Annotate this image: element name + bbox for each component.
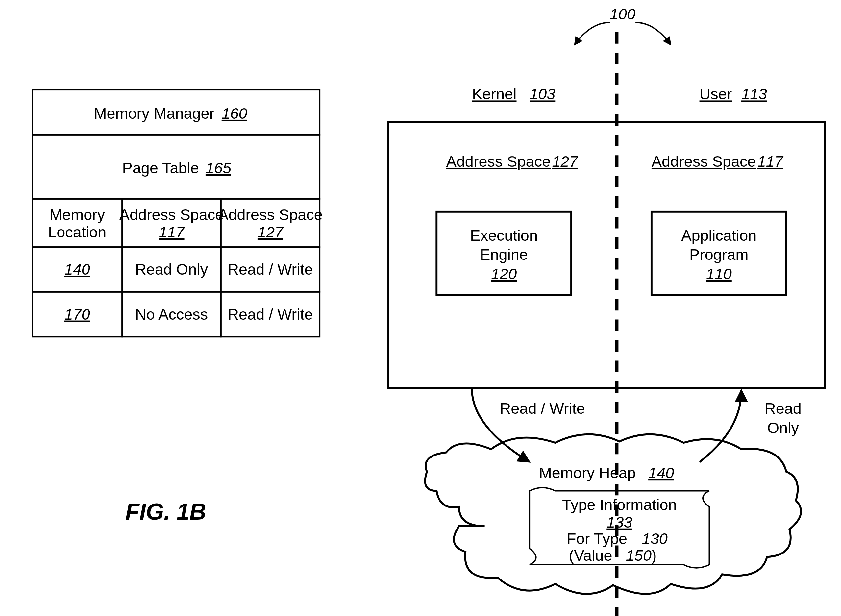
svg-text:Kernel: Kernel [472,85,517,103]
svg-text:133: 133 [606,514,632,531]
svg-text:170: 170 [65,306,90,323]
svg-text:For Type: For Type [567,530,627,547]
svg-text:Memory Heap: Memory Heap [539,464,636,481]
svg-text:Memory: Memory [49,206,105,223]
read-only-label-2: Only [767,419,799,436]
svg-text:Program: Program [689,246,749,263]
svg-text:Page Table: Page Table [122,160,199,177]
svg-text:Engine: Engine [480,246,528,263]
read-only-label-1: Read [765,400,801,417]
svg-text:Execution: Execution [470,227,538,244]
memory-heap-label: Memory Heap 140 [539,464,674,481]
svg-text:160: 160 [222,105,247,122]
svg-text:117: 117 [159,224,185,241]
figure-1b-diagram: 100 Kernel 103 User 113 Address Space 12… [0,0,841,616]
svg-text:110: 110 [706,265,732,283]
svg-text:Read Only: Read Only [135,261,208,278]
svg-text:Read / Write: Read / Write [227,306,313,323]
page-table-group: Memory Manager 160 Page Table 165 Memory… [32,90,323,337]
top-ref-label: 100 [610,6,636,23]
svg-text:Type Information: Type Information [562,496,677,513]
kernel-label: Kernel 103 [472,85,555,103]
type-info-line3: (Value 150 ) [569,547,657,564]
svg-text:Address Space: Address Space [218,206,322,223]
svg-text:(Value: (Value [569,547,612,564]
svg-text:127: 127 [552,153,578,170]
svg-text:103: 103 [530,85,555,103]
figure-label: FIG. 1B [125,499,206,525]
top-ref-arrow-left [575,22,610,45]
address-space-right-label: Address Space 117 [652,153,784,170]
svg-text:Read / Write: Read / Write [227,261,313,278]
address-space-left-label: Address Space 127 [446,153,578,170]
svg-text:140: 140 [65,261,90,278]
svg-text:No Access: No Access [135,306,208,323]
svg-text:140: 140 [648,464,674,481]
svg-text:): ) [652,547,657,564]
svg-text:Address Space: Address Space [652,153,756,170]
read-only-arrow [700,390,741,462]
svg-text:Address Space: Address Space [119,206,224,223]
svg-text:117: 117 [757,153,784,170]
svg-text:120: 120 [491,265,517,283]
svg-text:165: 165 [205,160,232,177]
svg-text:113: 113 [741,85,767,103]
svg-text:127: 127 [258,224,284,241]
user-label: User 113 [700,85,767,103]
top-ref-arrow-right [636,22,671,45]
svg-text:Memory Manager: Memory Manager [94,105,214,122]
svg-text:Address Space: Address Space [446,153,550,170]
svg-text:User: User [700,85,732,103]
svg-text:150: 150 [626,547,652,564]
svg-text:Application: Application [681,227,756,244]
svg-text:Location: Location [48,224,106,241]
read-write-arrow [472,388,530,462]
svg-text:130: 130 [642,530,668,547]
read-write-label: Read / Write [500,400,585,417]
type-info-line2: For Type 130 [567,530,668,547]
